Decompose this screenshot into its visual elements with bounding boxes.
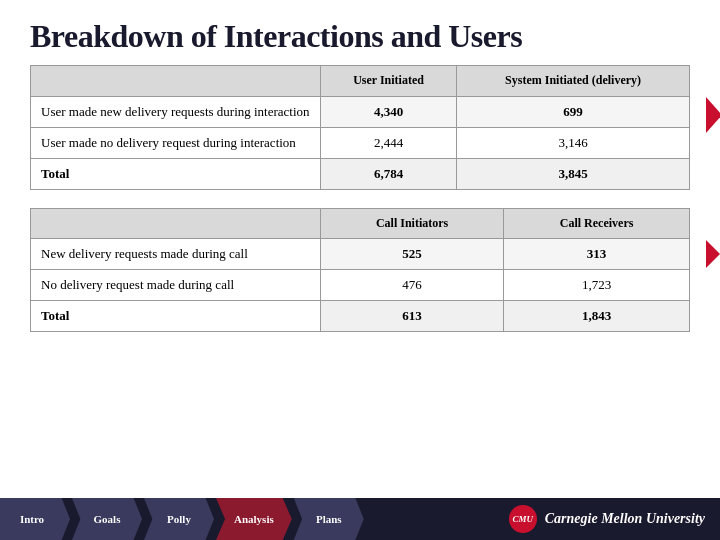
bottom-header-call-receivers: Call Receivers <box>504 208 690 239</box>
table-row: User made new delivery requests during i… <box>31 96 690 127</box>
row2-label: User made no delivery request during int… <box>31 127 321 158</box>
sidebar-item-poly[interactable]: Polly <box>144 498 214 540</box>
brow3-label: Total <box>31 301 321 332</box>
bottom-table: Call Initiators Call Receivers New deliv… <box>30 208 690 333</box>
footer-nav: Intro Goals Polly Analysis Plans CMU Car… <box>0 498 720 540</box>
cmu-emblem: CMU <box>509 505 537 533</box>
row1-label: User made new delivery requests during i… <box>31 96 321 127</box>
nav-label-goals: Goals <box>94 513 121 525</box>
brow3-col2: 1,843 <box>504 301 690 332</box>
top-table-header-row: User Initiated System Initiated (deliver… <box>31 66 690 97</box>
brow1-col1: 525 <box>320 239 503 270</box>
brow2-label: No delivery request made during call <box>31 270 321 301</box>
top-header-empty <box>31 66 321 97</box>
bottom-header-empty <box>31 208 321 239</box>
nav-label-intro: Intro <box>20 513 44 525</box>
nav-label-poly: Polly <box>167 513 191 525</box>
table-row: User made no delivery request during int… <box>31 127 690 158</box>
brow1-col2: 313 <box>504 239 690 270</box>
row2-col1: 2,444 <box>320 127 456 158</box>
brow3-col1: 613 <box>320 301 503 332</box>
nav-label-plans: Plans <box>316 513 342 525</box>
table-row: No delivery request made during call 476… <box>31 270 690 301</box>
sidebar-item-analysis[interactable]: Analysis <box>216 498 292 540</box>
cmu-name: Carnegie Mellon University <box>545 511 705 527</box>
bottom-table-header-row: Call Initiators Call Receivers <box>31 208 690 239</box>
top-table: User Initiated System Initiated (deliver… <box>30 65 690 190</box>
row1-col1: 4,340 <box>320 96 456 127</box>
bottom-table-wrapper: Call Initiators Call Receivers New deliv… <box>30 208 690 333</box>
top-table-wrapper: User Initiated System Initiated (deliver… <box>30 65 690 190</box>
brow2-col2: 1,723 <box>504 270 690 301</box>
active-users-arrow: Active Users <box>706 240 720 268</box>
row3-col2: 3,845 <box>457 158 690 189</box>
top-header-user-initiated: User Initiated <box>320 66 456 97</box>
table-row: Total 6,784 3,845 <box>31 158 690 189</box>
cmu-logo: CMU Carnegie Mellon University <box>509 505 720 533</box>
sidebar-item-goals[interactable]: Goals <box>72 498 142 540</box>
table-row: Total 613 1,843 <box>31 301 690 332</box>
brow2-col1: 476 <box>320 270 503 301</box>
bottom-header-call-initiators: Call Initiators <box>320 208 503 239</box>
sidebar-item-plans[interactable]: Plans <box>294 498 364 540</box>
nav-label-analysis: Analysis <box>234 513 274 525</box>
page-title: Breakdown of Interactions and Users <box>0 0 720 65</box>
top-header-system-initiated: System Initiated (delivery) <box>457 66 690 97</box>
brow1-label: New delivery requests made during call <box>31 239 321 270</box>
row3-col1: 6,784 <box>320 158 456 189</box>
active-interactions-arrow: Active Interactions <box>706 97 720 133</box>
table-row: New delivery requests made during call 5… <box>31 239 690 270</box>
row2-col2: 3,146 <box>457 127 690 158</box>
row1-col2: 699 <box>457 96 690 127</box>
sidebar-item-intro[interactable]: Intro <box>0 498 70 540</box>
row3-label: Total <box>31 158 321 189</box>
nav-items: Intro Goals Polly Analysis Plans <box>0 498 366 540</box>
